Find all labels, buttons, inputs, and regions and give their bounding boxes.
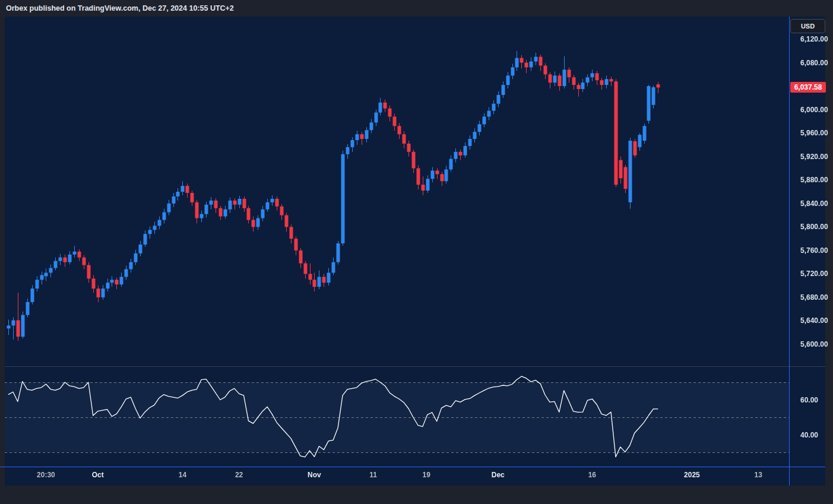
- price-tick-label: 5,600.00: [800, 340, 828, 348]
- time-tick-label: 11: [369, 471, 377, 479]
- price-axis-border: [789, 17, 790, 486]
- time-tick-label: Oct: [92, 471, 104, 479]
- currency-toggle-button[interactable]: USD: [790, 19, 825, 33]
- time-tick-label: 20:30: [37, 471, 55, 479]
- last-price-badge: 6,037.58: [790, 82, 826, 93]
- time-tick-label: 13: [755, 471, 762, 479]
- rsi-tick-label: 40.00: [800, 431, 818, 439]
- price-tick-label: 6,120.00: [800, 35, 828, 43]
- pane-separator[interactable]: [5, 366, 825, 367]
- tradingview-chart-window: Orbex published on TradingView.com, Dec …: [0, 0, 833, 504]
- time-tick-label: 19: [422, 471, 430, 479]
- price-tick-label: 5,960.00: [800, 129, 828, 137]
- time-axis-border: [0, 467, 825, 467]
- price-tick-label: 5,760.00: [800, 246, 828, 255]
- price-chart-canvas[interactable]: [0, 0, 833, 504]
- price-tick-label: 5,800.00: [800, 223, 828, 231]
- time-tick-label: Nov: [308, 471, 321, 479]
- price-tick-label: 6,080.00: [800, 59, 828, 67]
- price-tick-label: 5,840.00: [800, 199, 828, 208]
- time-tick-label: 22: [235, 471, 243, 479]
- price-tick-label: 5,680.00: [800, 293, 828, 302]
- rsi-tick-label: 60.00: [800, 396, 818, 404]
- price-tick-label: 5,720.00: [800, 270, 828, 278]
- price-tick-label: 6,000.00: [800, 106, 828, 114]
- time-tick-label: 2025: [684, 471, 700, 479]
- price-tick-label: 5,880.00: [800, 176, 828, 184]
- time-tick-label: Dec: [492, 471, 505, 479]
- price-tick-label: 5,920.00: [800, 153, 828, 161]
- footer-bar: TradingView: [0, 486, 833, 504]
- time-tick-label: 16: [588, 471, 596, 479]
- price-tick-label: 5,640.00: [800, 316, 828, 325]
- time-tick-label: 14: [179, 471, 186, 479]
